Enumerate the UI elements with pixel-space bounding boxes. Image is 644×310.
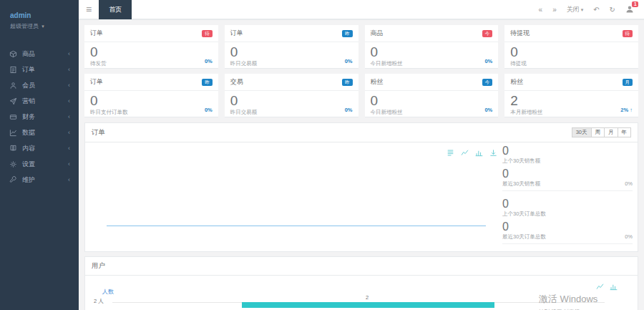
card-title: 粉丝 bbox=[371, 77, 384, 87]
range-button-group: 30天 周 月 年 bbox=[572, 127, 631, 137]
card-title: 粉丝 bbox=[510, 77, 523, 87]
card-percent: 0% bbox=[345, 58, 353, 64]
line-chart-icon[interactable] bbox=[461, 147, 469, 160]
card-percent: 2% ↑ bbox=[620, 107, 633, 113]
user-role-dropdown[interactable]: 超级管理员 ▾ bbox=[10, 22, 69, 30]
range-30days-button[interactable]: 30天 bbox=[572, 127, 592, 137]
refresh-icon[interactable]: ↻ bbox=[610, 6, 615, 14]
bar-chart-icon[interactable] bbox=[610, 281, 618, 294]
chart-toolbox bbox=[447, 147, 497, 160]
close-label: 关闭 bbox=[567, 6, 580, 13]
range-year-button[interactable]: 年 bbox=[618, 127, 632, 137]
windows-activation-watermark: 激活 Windows 转到“设置”以激活 Windows。 bbox=[539, 293, 609, 310]
topbar-actions: « » 关闭▾ ↶ ↻ 1 bbox=[539, 5, 644, 14]
tab-home[interactable]: 首页 bbox=[99, 0, 132, 19]
order-panel-title: 订单 bbox=[92, 128, 105, 137]
card-value: 2 bbox=[510, 94, 633, 108]
stat-value: 0 bbox=[502, 198, 633, 210]
sidebar-item-label: 商品 bbox=[22, 49, 68, 59]
sidebar-item-orders[interactable]: 订单 ‹ bbox=[0, 62, 79, 77]
card-title: 商品 bbox=[371, 29, 384, 38]
card-percent: 0% bbox=[205, 107, 213, 113]
chevron-left-icon: ‹ bbox=[68, 66, 70, 73]
watermark-line1: 激活 Windows bbox=[539, 293, 609, 306]
sidebar-item-label: 维护 bbox=[22, 175, 68, 185]
menu-toggle-icon[interactable]: ≡ bbox=[79, 4, 99, 15]
wrench-icon bbox=[9, 175, 17, 184]
user-icon bbox=[9, 81, 17, 89]
card-badge: 月 bbox=[623, 79, 633, 86]
send-icon bbox=[9, 97, 17, 105]
card-value: 0 bbox=[230, 94, 353, 108]
user-count-bar bbox=[242, 302, 494, 308]
bar-chart-icon[interactable] bbox=[475, 147, 483, 160]
sidebar-item-finance[interactable]: 财务 ‹ bbox=[0, 109, 79, 125]
sidebar-item-label: 营销 bbox=[22, 97, 68, 106]
card-title: 订单 bbox=[230, 29, 243, 38]
back-icon[interactable]: ↶ bbox=[593, 6, 599, 14]
sidebar: admin 超级管理员 ▾ 商品 ‹ 订单 ‹ 会员 ‹ bbox=[0, 0, 79, 310]
sidebar-item-data[interactable]: 数据 ‹ bbox=[0, 125, 79, 140]
main-content: 订单待 0待发货0% 订单昨 0昨日交易额0% 商品今 0今日新增粉丝0% 待提… bbox=[79, 20, 644, 310]
range-week-button[interactable]: 周 bbox=[591, 127, 605, 137]
card-badge: 昨 bbox=[202, 79, 213, 86]
stat-card-fans-month: 粉丝月 2本月新增粉丝2% ↑ bbox=[504, 74, 638, 117]
username[interactable]: admin bbox=[10, 11, 69, 19]
download-icon[interactable] bbox=[489, 147, 497, 160]
chevron-left-icon: ‹ bbox=[68, 97, 70, 105]
legend-renshu[interactable]: 人数 bbox=[102, 288, 114, 296]
sidebar-item-marketing[interactable]: 营销 ‹ bbox=[0, 93, 79, 109]
card-value: 0 bbox=[371, 94, 493, 108]
stat-percent: 0% bbox=[625, 180, 633, 187]
close-tabs-dropdown[interactable]: 关闭▾ bbox=[567, 5, 584, 14]
sidebar-item-label: 内容 bbox=[22, 144, 68, 153]
user-notification-icon[interactable]: 1 bbox=[625, 5, 634, 14]
card-title: 订单 bbox=[90, 29, 103, 38]
card-value: 0 bbox=[371, 45, 493, 59]
user-panel-title: 用户 bbox=[92, 261, 105, 271]
card-label: 待提现 bbox=[510, 60, 633, 67]
stat-value: 0 bbox=[502, 168, 633, 180]
user-chart-body: 人数 2 人 2 激活 Windows 转到“设置”以激活 Windows。 bbox=[85, 276, 638, 310]
data-view-icon[interactable] bbox=[447, 147, 454, 160]
card-badge: 待 bbox=[202, 30, 213, 37]
card-title: 待提现 bbox=[510, 29, 530, 38]
card-percent: 0% bbox=[484, 107, 492, 113]
stat-card-goods-today: 商品今 0今日新增粉丝0% bbox=[365, 25, 499, 69]
card-label: 昨日交易额 bbox=[230, 60, 353, 67]
card-label: 今日新增粉丝 bbox=[371, 109, 493, 116]
sidebar-item-members[interactable]: 会员 ‹ bbox=[0, 77, 79, 93]
card-badge: 待 bbox=[623, 30, 633, 37]
stat-cards-row-2: 订单昨 0昨日支付订单数0% 交易昨 0昨日交易额0% 粉丝今 0今日新增粉丝0… bbox=[84, 74, 638, 117]
gear-icon bbox=[9, 160, 17, 168]
card-badge: 昨 bbox=[342, 30, 353, 37]
chevron-left-icon: ‹ bbox=[68, 145, 70, 152]
card-label: 待发货 bbox=[90, 60, 213, 67]
chevron-left-icon: ‹ bbox=[68, 113, 70, 120]
user-role-label: 超级管理员 bbox=[10, 23, 39, 29]
sidebar-item-maintenance[interactable]: 维护 ‹ bbox=[0, 172, 79, 188]
tab-scroll-left-icon[interactable]: « bbox=[539, 6, 543, 14]
card-badge: 今 bbox=[482, 30, 493, 37]
stat-card-yesterday-amount: 订单昨 0昨日交易额0% bbox=[225, 25, 358, 69]
tab-scroll-right-icon[interactable]: » bbox=[552, 6, 557, 14]
sidebar-item-content[interactable]: 内容 ‹ bbox=[0, 140, 79, 156]
sidebar-item-goods[interactable]: 商品 ‹ bbox=[0, 46, 79, 62]
sidebar-item-settings[interactable]: 设置 ‹ bbox=[0, 156, 79, 172]
range-month-button[interactable]: 月 bbox=[604, 127, 618, 137]
stat-card-yesterday-paid-orders: 订单昨 0昨日支付订单数0% bbox=[84, 74, 218, 117]
sidebar-item-label: 数据 bbox=[22, 128, 68, 137]
stat-label: 最近30天订单总数 bbox=[502, 233, 633, 241]
stat-label: 最近30天销售额 bbox=[502, 180, 633, 188]
sidebar-menu: 商品 ‹ 订单 ‹ 会员 ‹ 营销 ‹ 财务 ‹ bbox=[0, 46, 79, 188]
card-value: 0 bbox=[510, 45, 633, 59]
chevron-left-icon: ‹ bbox=[68, 160, 70, 168]
line-chart-icon[interactable] bbox=[596, 281, 604, 294]
stat-label: 上个30天销售额 bbox=[502, 158, 633, 165]
order-stat: 0 上个30天订单总数 bbox=[502, 198, 633, 221]
line-chart-icon bbox=[9, 128, 17, 137]
order-flat-line-series bbox=[107, 226, 486, 226]
order-panel-header: 订单 30天 周 月 年 bbox=[85, 123, 638, 142]
card-badge: 今 bbox=[482, 79, 493, 86]
card-label: 昨日支付订单数 bbox=[90, 109, 213, 116]
